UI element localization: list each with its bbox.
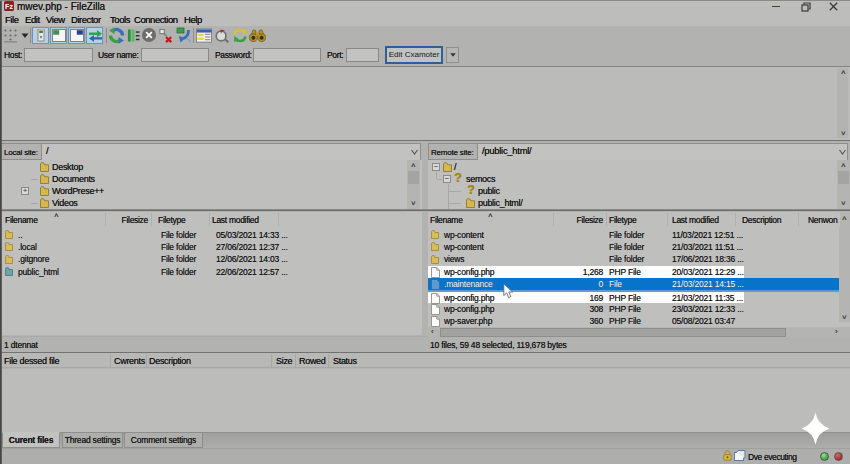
svg-text:Fz: Fz bbox=[5, 3, 13, 10]
